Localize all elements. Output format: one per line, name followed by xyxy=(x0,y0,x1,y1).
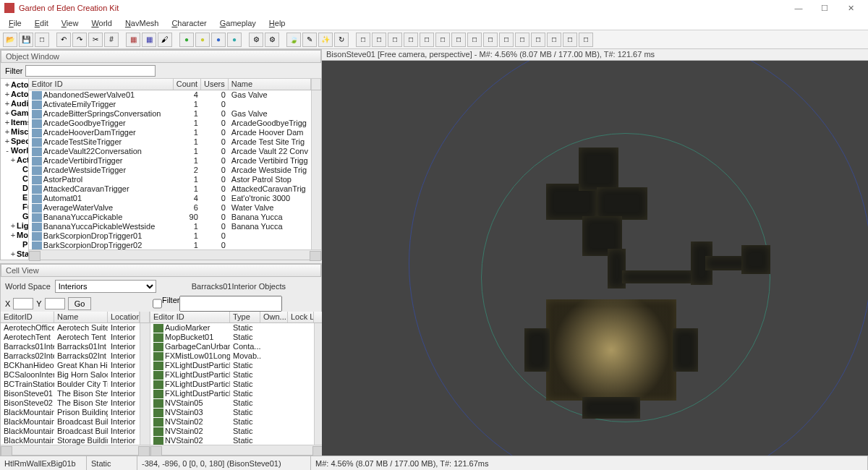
object-row[interactable]: ArcadeVault22Conversation10Arcade Vault … xyxy=(29,147,311,156)
filter-checkbox[interactable] xyxy=(153,296,162,312)
tree-world-objects[interactable]: -World Objects xyxy=(4,146,25,155)
object-row[interactable]: AttackedCaravanTrigger10AttackedCaravanT… xyxy=(29,184,311,194)
interior-object-row[interactable]: AudioMarkerStatic xyxy=(150,323,314,333)
tree-activator[interactable]: +Activator xyxy=(4,155,25,165)
menu-world[interactable]: World xyxy=(85,17,118,29)
cell-row[interactable]: BCTrainStationInteriorBoulder City Train… xyxy=(1,380,140,389)
a8-button[interactable]: □ xyxy=(467,33,482,47)
wand-button[interactable]: ✨ xyxy=(318,33,333,47)
object-row[interactable]: Automat0140Eat'o'tronic 3000 xyxy=(29,194,311,203)
minimize-button[interactable]: — xyxy=(786,1,812,15)
close-button[interactable]: ✕ xyxy=(838,1,864,15)
interior-object-row[interactable]: NVStain02Static xyxy=(150,417,314,427)
a3-button[interactable]: □ xyxy=(388,33,402,47)
tree-game-effects[interactable]: +Game Effects xyxy=(4,108,25,118)
cvr-col-lock[interactable]: Lock L xyxy=(288,312,314,322)
a6-button[interactable]: □ xyxy=(435,33,450,47)
tree-light[interactable]: +Light xyxy=(4,221,25,231)
object-row[interactable]: BananaYuccaPickable900Banana Yucca xyxy=(29,213,311,222)
cell-right-list[interactable]: AudioMarkerStaticMopBucket01StaticGarbag… xyxy=(150,323,314,445)
grid-a-button[interactable]: ▦ xyxy=(126,33,140,47)
interior-object-row[interactable]: FXLightDustParticlesWide02Static xyxy=(150,380,314,389)
object-row[interactable]: ArcadeTestSiteTrigger10Arcade Test Site … xyxy=(29,137,311,147)
cell-row[interactable]: Barracks02InteriorBarracks02Int Tem...In… xyxy=(1,351,140,361)
object-row[interactable]: AstorPatrol10Astor Patrol Stop xyxy=(29,175,311,184)
interior-object-row[interactable]: FXLightDustParticlesWide02Static xyxy=(150,370,314,380)
tree-special-effects[interactable]: +Special Effects xyxy=(4,137,25,146)
menu-view[interactable]: View xyxy=(56,17,85,29)
interior-object-row[interactable]: GarbageCanUrban02Conta... xyxy=(150,342,314,351)
b5-button[interactable]: □ xyxy=(563,33,577,47)
tree-container[interactable]: Container xyxy=(4,174,25,184)
a4-button[interactable]: □ xyxy=(404,33,418,47)
cell-left-vscroll[interactable] xyxy=(140,323,150,445)
a9-button[interactable]: □ xyxy=(483,33,498,47)
tree-encounter-zone[interactable]: Encounter Zone xyxy=(4,193,25,202)
cvr-col-owner[interactable]: Own... xyxy=(260,312,288,322)
cell-left-list[interactable]: AerotechOfficeInterioAerotech Suite 200I… xyxy=(1,323,140,445)
menu-navmesh[interactable]: NavMesh xyxy=(119,17,164,29)
pal-g-button[interactable]: ● xyxy=(179,33,194,47)
object-row[interactable]: AverageWaterValve60Water Valve xyxy=(29,203,311,213)
pal-b-button[interactable]: ● xyxy=(211,33,226,47)
cell-left-hscroll[interactable] xyxy=(1,445,150,455)
cv-col-name[interactable]: Name xyxy=(54,312,108,322)
leaf-button[interactable]: 🍃 xyxy=(286,33,301,47)
object-row[interactable]: ArcadeGoodbyeTrigger10ArcadeGoodbyeTrigg xyxy=(29,119,311,128)
cell-row[interactable]: BlackMountainRadioBroadcast Building, ..… xyxy=(1,417,140,427)
cell-row[interactable]: AerotechTentAerotech TentInterior xyxy=(1,333,140,342)
col-users[interactable]: Users xyxy=(201,79,229,90)
maximize-button[interactable]: ☐ xyxy=(812,1,838,15)
cvr-col-type[interactable]: Type xyxy=(230,312,260,322)
b3-button[interactable]: □ xyxy=(531,33,545,47)
menu-gameplay[interactable]: Gameplay xyxy=(214,17,262,29)
tree-door[interactable]: Door xyxy=(4,184,25,193)
tree-movable-static[interactable]: +Movable Static xyxy=(4,231,25,240)
cell-row[interactable]: BlackMountainPrisonPrison BuildingInteri… xyxy=(1,408,140,417)
cog-button[interactable]: ⚙ xyxy=(265,33,279,47)
object-list-header[interactable]: Editor ID Count Users Name xyxy=(29,79,321,90)
object-row[interactable]: BananaYuccaPickableWestside10Banana Yucc… xyxy=(29,222,311,231)
a7-button[interactable]: □ xyxy=(451,33,466,47)
save-button[interactable]: 💾 xyxy=(19,33,33,47)
menu-file[interactable]: File xyxy=(3,17,27,29)
cell-row[interactable]: BlackMountainTreas...Storage BuildingInt… xyxy=(1,436,140,445)
interior-object-row[interactable]: FXLightDustParticlesWide02Static xyxy=(150,389,314,398)
tree-grass[interactable]: Grass xyxy=(4,212,25,221)
tree-actor-data[interactable]: +Actor Data xyxy=(4,80,25,90)
object-tree[interactable]: +Actor Data+Actors+Audio+Game Effects+It… xyxy=(1,79,29,260)
object-list[interactable]: AbandonedSewerValve0140Gas ValveActivate… xyxy=(29,90,311,249)
interior-object-row[interactable]: MopBucket01Static xyxy=(150,333,314,342)
cell-row[interactable]: BisonSteve02The Bison Steve H...Interior xyxy=(1,398,140,408)
rot-button[interactable]: ↻ xyxy=(334,33,349,47)
tree-furniture[interactable]: Furniture xyxy=(4,202,25,212)
object-row[interactable]: AbandonedSewerValve0140Gas Valve xyxy=(29,90,311,100)
cut-button[interactable]: ✂ xyxy=(88,33,103,47)
object-row[interactable]: ActivateEmilyTrigger10 xyxy=(29,100,311,109)
cell-row[interactable]: AerotechOfficeInterioAerotech Suite 200I… xyxy=(1,323,140,333)
object-row[interactable]: BarkScorpionDropTrigger0210 xyxy=(29,241,311,249)
interior-object-row[interactable]: NVStain03Static xyxy=(150,408,314,417)
menu-edit[interactable]: Edit xyxy=(29,17,54,29)
world-space-select[interactable]: Interiors xyxy=(55,280,156,293)
object-filter-input[interactable] xyxy=(25,65,156,77)
pencil-button[interactable]: ✎ xyxy=(302,33,317,47)
b1-button[interactable]: □ xyxy=(499,33,514,47)
cell-left-header[interactable]: EditorID Name Location xyxy=(1,312,150,323)
a1-button[interactable]: □ xyxy=(356,33,370,47)
col-name[interactable]: Name xyxy=(229,79,311,90)
object-row[interactable]: ArcadeWestsideTrigger20Arcade Westside T… xyxy=(29,166,311,175)
pal-t-button[interactable]: ● xyxy=(227,33,242,47)
snap-button[interactable]: # xyxy=(104,33,119,47)
interior-object-row[interactable]: FXLightDustParticlesWide02Static xyxy=(150,361,314,370)
cell-row[interactable]: BisonSteve01The Bison Steve H...Interior xyxy=(1,389,140,398)
go-button[interactable]: Go xyxy=(68,297,92,310)
a5-button[interactable]: □ xyxy=(420,33,434,47)
cell-right-header[interactable]: Editor ID Type Own... Lock L xyxy=(150,312,324,323)
render-viewport[interactable] xyxy=(322,61,868,456)
brush-button[interactable]: 🖌 xyxy=(158,33,172,47)
interior-object-row[interactable]: FXMistLow01LongHalfVisMovab... xyxy=(150,351,314,361)
tree-miscellaneous[interactable]: +Miscellaneous xyxy=(4,127,25,137)
object-row[interactable]: BarkScorpionDropTrigger0110 xyxy=(29,231,311,241)
tree-climate[interactable]: Climate xyxy=(4,165,25,174)
